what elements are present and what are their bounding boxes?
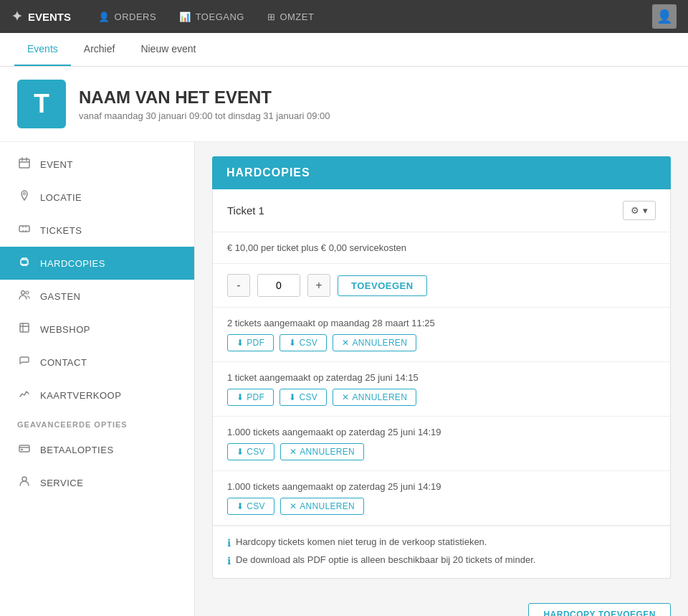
sub-nav: Events Archief Nieuw event: [0, 33, 688, 67]
event-header: T NAAM VAN HET EVENT vanaf maandag 30 ja…: [0, 67, 688, 142]
svg-point-6: [26, 291, 29, 294]
svg-point-1: [24, 193, 26, 195]
pdf-button-2[interactable]: ⬇ PDF: [227, 389, 274, 406]
orders-icon: 👤: [98, 11, 110, 22]
gear-icon: ⚙: [631, 205, 639, 216]
hardcopy-actions-3: ⬇ CSV ✕ ANNULEREN: [227, 443, 656, 460]
cancel-button-2[interactable]: ✕ ANNULEREN: [333, 389, 416, 406]
subnav-events[interactable]: Events: [14, 33, 71, 66]
info-text-2: De download als PDF optie is alleen besc…: [236, 554, 535, 565]
hardcopy-row-3: 1.000 tickets aangemaakt op zaterdag 25 …: [213, 417, 670, 471]
download-csv-icon: ⬇: [289, 338, 296, 348]
csv-button-1[interactable]: ⬇ CSV: [280, 334, 327, 351]
locatie-icon: [17, 190, 32, 204]
quantity-input[interactable]: [257, 274, 300, 297]
sidebar-kaartverkoop-label: KAARTVERKOOP: [40, 390, 121, 401]
cancel-icon-4: ✕: [290, 501, 297, 511]
hardcopies-icon: [17, 256, 32, 270]
dropdown-arrow-icon: ▾: [643, 205, 648, 216]
sidebar: EVENT LOCATIE TICKETS HARDCOPIES GASTEN: [0, 142, 195, 616]
betaalopties-icon: [17, 442, 32, 457]
sidebar-tickets-label: TICKETS: [40, 225, 82, 236]
ticket-name: Ticket 1: [227, 204, 264, 217]
sidebar-item-event[interactable]: EVENT: [0, 148, 194, 181]
hardcopy-desc-3: 1.000 tickets aangemaakt op zaterdag 25 …: [227, 427, 656, 437]
cancel-button-1[interactable]: ✕ ANNULEREN: [333, 334, 416, 351]
svg-rect-0: [19, 159, 29, 168]
tickets-icon: [17, 223, 32, 237]
ticket-gear-button[interactable]: ⚙ ▾: [623, 201, 656, 220]
svg-rect-9: [21, 449, 23, 450]
cancel-button-3[interactable]: ✕ ANNULEREN: [280, 443, 364, 460]
sidebar-event-label: EVENT: [40, 159, 73, 170]
sidebar-contact-label: CONTACT: [40, 357, 87, 368]
subnav-archief[interactable]: Archief: [71, 33, 128, 66]
contact-icon: [17, 355, 32, 369]
hardcopy-row-4: 1.000 tickets aangemaakt op zaterdag 25 …: [213, 471, 670, 526]
pdf-button-1[interactable]: ⬇ PDF: [227, 334, 274, 351]
sidebar-item-tickets[interactable]: TICKETS: [0, 214, 194, 247]
main-layout: EVENT LOCATIE TICKETS HARDCOPIES GASTEN: [0, 142, 688, 616]
event-logo: T: [17, 80, 66, 128]
sidebar-betaalopties-label: BETAALOPTIES: [40, 445, 114, 455]
info-text-1: Hardcopy tickets komen niet terug in de …: [236, 536, 487, 547]
toegang-icon: 📊: [179, 11, 191, 22]
cancel-button-4[interactable]: ✕ ANNULEREN: [280, 498, 364, 515]
toevoegen-button[interactable]: TOEVOEGEN: [338, 275, 427, 296]
nav-toegang[interactable]: 📊 TOEGANG: [169, 7, 254, 27]
sidebar-webshop-label: WEBSHOP: [40, 324, 90, 335]
hardcopy-actions-1: ⬇ PDF ⬇ CSV ✕ ANNULEREN: [227, 334, 656, 351]
info-note-1: ℹ Hardcopy tickets komen niet terug in d…: [227, 536, 656, 549]
event-date: vanaf maandag 30 januari 09:00 tot dinsd…: [79, 110, 330, 121]
csv-button-4[interactable]: ⬇ CSV: [227, 498, 274, 515]
csv-button-3[interactable]: ⬇ CSV: [227, 443, 274, 460]
top-nav: ✦ EVENTS 👤 ORDERS 📊 TOEGANG ⊞ OMZET 👤: [0, 0, 688, 33]
event-title: NAAM VAN HET EVENT: [79, 87, 330, 108]
sidebar-item-webshop[interactable]: WEBSHOP: [0, 313, 194, 346]
csv-button-2[interactable]: ⬇ CSV: [280, 389, 327, 406]
main-content: HARDCOPIES Ticket 1 ⚙ ▾ € 10,00 per tick…: [195, 142, 688, 616]
toegang-label: TOEGANG: [196, 11, 244, 22]
kaartverkoop-icon: [17, 388, 32, 402]
cancel-icon-2: ✕: [342, 392, 349, 402]
service-icon: [17, 475, 32, 490]
subnav-nieuw-event[interactable]: Nieuw event: [128, 33, 209, 66]
nav-orders[interactable]: 👤 ORDERS: [88, 7, 166, 27]
quantity-minus-button[interactable]: -: [227, 274, 250, 297]
brand: ✦ EVENTS: [11, 9, 71, 24]
omzet-label: OMZET: [280, 11, 314, 22]
hardcopy-toevoegen-button[interactable]: HARDCOPY TOEVOEGEN: [528, 603, 671, 616]
sidebar-gasten-label: GASTEN: [40, 291, 80, 302]
sidebar-item-gasten[interactable]: GASTEN: [0, 280, 194, 313]
content-card: Ticket 1 ⚙ ▾ € 10,00 per ticket plus € 0…: [212, 189, 671, 579]
nav-omzet[interactable]: ⊞ OMZET: [257, 7, 325, 27]
hardcopy-desc-2: 1 ticket aangemaakt op zaterdag 25 juni …: [227, 372, 656, 383]
ticket-quantity-row: - + TOEVOEGEN: [213, 264, 670, 308]
svg-point-4: [27, 261, 27, 262]
quantity-plus-button[interactable]: +: [307, 274, 330, 297]
svg-point-5: [22, 291, 25, 295]
sidebar-item-contact[interactable]: CONTACT: [0, 346, 194, 379]
hardcopy-row-2: 1 ticket aangemaakt op zaterdag 25 juni …: [213, 362, 670, 417]
svg-rect-8: [19, 445, 29, 452]
sidebar-item-locatie[interactable]: LOCATIE: [0, 181, 194, 214]
svg-point-10: [22, 477, 27, 481]
download-icon-2: ⬇: [236, 392, 244, 402]
sidebar-item-betaalopties[interactable]: BETAALOPTIES: [0, 433, 194, 466]
omzet-icon: ⊞: [267, 11, 276, 22]
sidebar-item-kaartverkoop[interactable]: KAARTVERKOOP: [0, 379, 194, 412]
content-header: HARDCOPIES: [212, 156, 671, 189]
orders-label: ORDERS: [115, 11, 157, 22]
user-avatar[interactable]: 👤: [652, 4, 677, 29]
sidebar-item-service[interactable]: SERVICE: [0, 466, 194, 499]
download-csv-icon-3: ⬇: [236, 447, 244, 457]
sidebar-service-label: SERVICE: [40, 478, 83, 488]
info-note-2: ℹ De download als PDF optie is alleen be…: [227, 554, 656, 567]
hardcopy-row-1: 2 tickets aangemaakt op maandag 28 maart…: [213, 308, 670, 362]
brand-label: EVENTS: [28, 11, 71, 23]
top-nav-items: 👤 ORDERS 📊 TOEGANG ⊞ OMZET: [88, 7, 635, 27]
sidebar-item-hardcopies[interactable]: HARDCOPIES: [0, 247, 194, 280]
ticket-header: Ticket 1 ⚙ ▾: [213, 189, 670, 232]
hardcopy-actions-2: ⬇ PDF ⬇ CSV ✕ ANNULEREN: [227, 389, 656, 406]
info-notes: ℹ Hardcopy tickets komen niet terug in d…: [213, 526, 670, 578]
